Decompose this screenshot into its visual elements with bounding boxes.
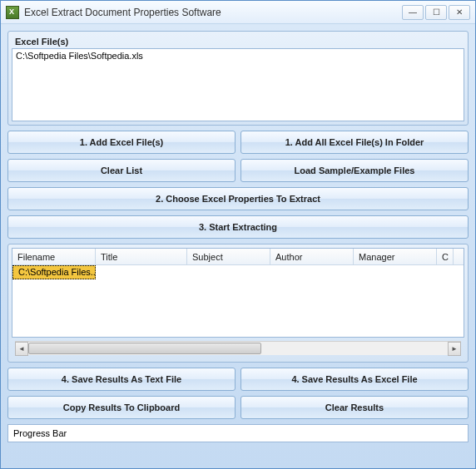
save-excel-button[interactable]: 4. Save Results As Excel File [240,368,469,391]
titlebar: Excel Extract Document Properties Softwa… [1,1,475,24]
button-row-2: Clear List Load Sample/Example Files [7,159,469,182]
files-label: Excel File(s) [12,35,464,48]
copy-clipboard-button[interactable]: Copy Results To Clipboard [7,396,236,419]
grid-body: C:\Softpedia Files... [12,265,464,337]
column-title[interactable]: Title [96,249,187,264]
file-item[interactable]: C:\Softpedia Files\Softpedia.xls [16,51,460,61]
cell-manager [354,265,437,279]
clear-results-button[interactable]: Clear Results [240,396,469,419]
cell-author [270,265,354,279]
scroll-left-icon[interactable]: ◄ [15,342,28,356]
results-panel: Filename Title Subject Author Manager C … [7,244,469,363]
load-sample-button[interactable]: Load Sample/Example Files [240,159,469,182]
window-title: Excel Extract Document Properties Softwa… [24,7,397,18]
minimize-button[interactable]: — [402,5,424,20]
button-row-1: 1. Add Excel File(s) 1. Add All Excel Fi… [7,131,469,154]
results-grid[interactable]: Filename Title Subject Author Manager C … [12,248,464,338]
button-row-6: Copy Results To Clipboard Clear Results [7,396,469,419]
choose-properties-button[interactable]: 2. Choose Excel Properties To Extract [7,187,469,210]
add-files-button[interactable]: 1. Add Excel File(s) [7,131,236,154]
main-window: Excel Extract Document Properties Softwa… [0,0,476,469]
files-list[interactable]: C:\Softpedia Files\Softpedia.xls [12,48,464,121]
progress-bar: Progress Bar [7,424,469,442]
scroll-thumb[interactable] [28,343,261,354]
scroll-right-icon[interactable]: ► [448,342,461,356]
files-panel: Excel File(s) C:\Softpedia Files\Softped… [7,31,469,126]
grid-header: Filename Title Subject Author Manager C [12,249,464,265]
clear-list-button[interactable]: Clear List [7,159,236,182]
client-area: Excel File(s) C:\Softpedia Files\Softped… [1,24,475,468]
save-text-button[interactable]: 4. Save Results As Text File [7,368,236,391]
window-controls: — ☐ ✕ [402,5,470,20]
cell-title [96,265,187,279]
column-more[interactable]: C [437,249,454,264]
close-button[interactable]: ✕ [449,5,470,20]
app-icon [6,6,19,19]
cell-filename[interactable]: C:\Softpedia Files... [12,265,96,279]
horizontal-scrollbar[interactable]: ◄ ► [15,341,461,355]
column-manager[interactable]: Manager [354,249,437,264]
column-filename[interactable]: Filename [12,249,96,264]
button-row-3: 2. Choose Excel Properties To Extract [7,187,469,210]
table-row[interactable]: C:\Softpedia Files... [12,265,464,279]
progress-label: Progress Bar [13,428,67,438]
button-row-5: 4. Save Results As Text File 4. Save Res… [7,368,469,391]
button-row-4: 3. Start Extracting [7,215,469,239]
maximize-button[interactable]: ☐ [425,5,447,20]
start-extracting-button[interactable]: 3. Start Extracting [7,215,469,239]
column-author[interactable]: Author [270,249,354,264]
cell-subject [187,265,270,279]
column-subject[interactable]: Subject [187,249,270,264]
add-folder-button[interactable]: 1. Add All Excel File(s) In Folder [240,131,469,154]
